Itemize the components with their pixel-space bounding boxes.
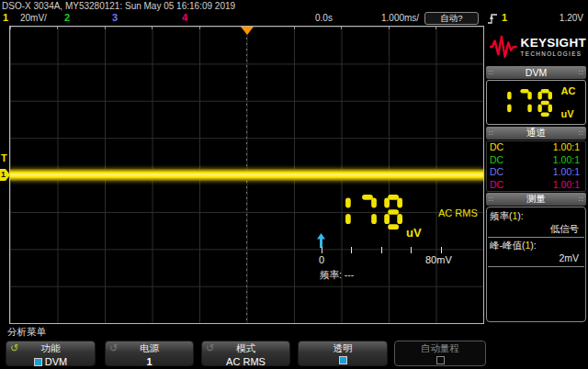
channel-4-badge[interactable]: 4 — [182, 12, 187, 23]
measure-panel: 频率(1): 低信号 峰-峰值(1): 2mV — [486, 207, 586, 322]
brand-waveform-icon — [490, 33, 517, 61]
trigger-level-marker[interactable]: T — [1, 152, 7, 163]
checkbox-checked-icon[interactable] — [34, 358, 42, 366]
window-title: DSO-X 3034A, MY53280121: Sun May 05 16:1… — [2, 1, 235, 11]
channel-1-scale: 20mV/ — [20, 13, 47, 23]
keysight-logo: KEYSIGHT TECHNOLOGIES — [486, 28, 586, 66]
brand-name: KEYSIGHT — [521, 37, 586, 50]
measure-pkpk-label: 峰-峰值(1): — [487, 239, 585, 252]
channel-1-trace — [10, 169, 483, 181]
measure-frequency-label: 频率(1): — [487, 209, 585, 222]
measure-pkpk-value: 2mV — [487, 252, 585, 264]
scale-max-label: 80mV — [425, 254, 452, 265]
divider — [488, 266, 584, 267]
time-offset: 0.0s — [315, 13, 333, 23]
dvm-overlay-frequency: 频率: --- — [320, 269, 354, 282]
scale-min-label: 0 — [319, 254, 324, 265]
trigger-source: 1 — [502, 12, 507, 23]
dvm-overlay-reading — [333, 195, 411, 229]
timebase: 1.000ms/ — [381, 13, 419, 23]
softkey-function[interactable]: ↺ 功能 DVM — [6, 341, 96, 366]
channels-panel-header[interactable]: ∷ 通道 ∷ — [486, 127, 586, 140]
grip-icon: ∷ — [579, 69, 583, 77]
softkey-autorange[interactable]: 自动量程 — [394, 341, 486, 366]
waveform-graticule[interactable]: uV AC RMS 0 80mV 频率: --- — [9, 26, 484, 324]
measure-frequency-value: 低信号 — [487, 222, 585, 235]
channel-2-badge[interactable]: 2 — [64, 12, 70, 23]
dvm-panel-reading — [497, 89, 559, 117]
trigger-level: 1.20V — [548, 13, 583, 23]
channel-1-row: DC1.00:1 — [487, 141, 585, 154]
rotate-knob-icon: ↺ — [10, 342, 18, 353]
divider — [488, 237, 584, 238]
channel-3-row: DC1.00:1 — [487, 166, 585, 179]
channel-3-badge[interactable]: 3 — [112, 12, 118, 23]
softkey-source[interactable]: ↺ 电源 1 — [105, 341, 194, 366]
scale-tick — [381, 247, 382, 253]
trigger-edge-icon — [487, 13, 498, 25]
grip-icon: ∷ — [579, 129, 583, 138]
oscilloscope-screen: DSO-X 3034A, MY53280121: Sun May 05 16:1… — [0, 0, 588, 369]
scale-tick — [351, 247, 352, 253]
dvm-overlay-unit: uV — [406, 226, 422, 240]
brand-subname: TECHNOLOGIES — [521, 51, 586, 57]
dvm-overlay-mode: AC RMS — [438, 207, 478, 218]
measure-panel-header[interactable]: ∷ 测量 ∷ — [486, 193, 586, 206]
softkey-mode[interactable]: ↺ 模式 AC RMS — [201, 341, 290, 366]
channel-1-badge[interactable]: 1 — [3, 12, 8, 23]
channels-panel: DC1.00:1 DC1.00:1 DC1.00:1 DC1.00:1 — [486, 140, 586, 192]
dvm-panel-header[interactable]: ∷ DVM ∷ — [486, 66, 586, 79]
trigger-position-marker[interactable] — [241, 27, 254, 35]
dvm-panel: AC uV — [486, 80, 586, 125]
checkbox-checked-icon[interactable] — [339, 356, 347, 364]
grip-icon: ∷ — [579, 196, 583, 204]
channel-4-row: DC1.00:1 — [487, 179, 585, 192]
menu-title: 分析菜单 — [7, 326, 46, 339]
channels-panel-title: 通道 — [493, 127, 579, 140]
trigger-mode-button[interactable]: 自动? — [424, 12, 479, 25]
dvm-panel-title: DVM — [493, 67, 579, 78]
scale-tick — [441, 247, 442, 253]
rotate-knob-icon: ↺ — [206, 342, 214, 353]
checkbox-unchecked-icon[interactable] — [436, 356, 445, 364]
dvm-scale-pointer-icon — [317, 233, 325, 248]
dvm-unit: uV — [561, 109, 576, 119]
scale-tick — [322, 247, 322, 253]
channel-2-row: DC1.00:1 — [487, 154, 585, 167]
softkey-transparent[interactable]: 透明 — [298, 341, 388, 366]
measure-panel-title: 测量 — [493, 193, 579, 206]
dvm-coupling: AC — [561, 86, 576, 96]
scale-tick — [411, 247, 412, 253]
rotate-knob-icon: ↺ — [109, 342, 118, 353]
